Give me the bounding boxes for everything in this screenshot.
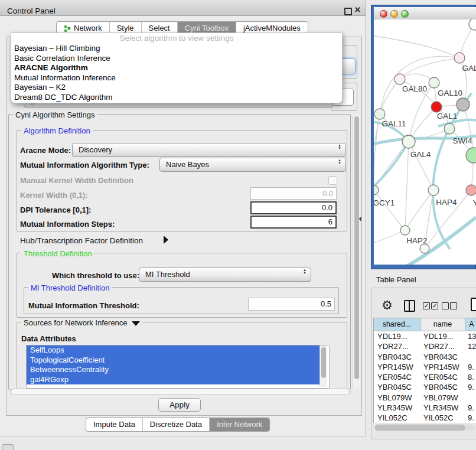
network-node[interactable]	[400, 226, 410, 235]
network-node[interactable]	[466, 148, 476, 163]
network-edge-highlighted[interactable]	[374, 142, 409, 189]
column-header-shared[interactable]: shared...	[373, 318, 420, 331]
network-edge[interactable]	[374, 230, 405, 244]
table-row[interactable]: YLR345WYLR345W9.	[374, 403, 476, 413]
mi-algorithm-type-combo[interactable]: Naive Bayes ▲▼	[159, 158, 346, 172]
data-attribute-item[interactable]: TopologicalCoefficient	[27, 356, 324, 366]
table-row[interactable]: YPR145WYPR145W9.	[374, 362, 476, 372]
window-minimize-button[interactable]	[390, 10, 398, 18]
clipped-button-fragment[interactable]	[2, 444, 14, 450]
table-cell: YBR045C	[420, 382, 464, 392]
apply-button[interactable]: Apply	[158, 398, 201, 412]
tab-impute-data[interactable]: Impute Data	[86, 418, 142, 431]
table-cell: YIL052C	[374, 413, 420, 423]
window-zoom-button[interactable]	[401, 10, 409, 18]
table-header-row: shared...nameA	[373, 318, 476, 331]
table-cell: YBR043C	[374, 352, 420, 362]
sources-title: Sources for Network Inference	[21, 318, 142, 327]
data-attribute-item[interactable]: gal4RGexp	[27, 375, 324, 385]
mi-threshold-field[interactable]: 0.5	[248, 298, 335, 311]
network-node[interactable]	[395, 74, 405, 84]
network-node[interactable]	[466, 185, 476, 195]
algorithm-option[interactable]: Bayesian – Hill Climbing	[11, 44, 342, 54]
data-attribute-item[interactable]: BetweennessCentrality	[27, 365, 324, 375]
chevron-down-icon[interactable]	[132, 321, 140, 326]
select-all-checkbox-icon[interactable]: ✓	[423, 302, 430, 309]
deselect-checkbox-icon[interactable]	[450, 302, 457, 309]
column-header-name[interactable]: name	[420, 318, 465, 331]
table-row[interactable]: YDL19...YDL19...13	[374, 331, 476, 341]
network-edge[interactable]	[374, 190, 405, 230]
network-node[interactable]	[429, 77, 439, 88]
network-edge[interactable]	[374, 114, 380, 190]
network-edge[interactable]	[405, 190, 433, 230]
network-node[interactable]	[469, 19, 476, 30]
network-node[interactable]	[444, 123, 455, 134]
window-close-button[interactable]	[380, 10, 387, 18]
network-edge[interactable]	[400, 58, 459, 79]
attributes-vscrollbar[interactable]	[319, 345, 327, 387]
hub-definition-toggle[interactable]: Hub/Transcription Factor Definition	[20, 236, 143, 245]
data-attribute-item[interactable]: SelfLoops	[27, 345, 324, 356]
algorithm-option[interactable]: Bayesian – K2	[11, 83, 342, 93]
which-threshold-combo[interactable]: MI Threshold ▲▼	[139, 268, 311, 282]
manual-kernel-width-checkbox[interactable]	[328, 176, 337, 185]
table-row[interactable]: YIL052CYIL052C9.	[374, 413, 476, 423]
network-node[interactable]	[402, 135, 415, 148]
algorithm-option[interactable]: ARACNE Algorithm	[11, 63, 342, 73]
network-edge[interactable]	[409, 142, 433, 190]
node-label: GAL11	[382, 119, 406, 128]
tab-infer-network[interactable]: Infer Network	[209, 418, 269, 431]
settings-vscrollbar[interactable]	[353, 115, 360, 387]
settings-hscrollbar[interactable]	[9, 389, 352, 395]
table-cell: YER054C	[420, 372, 464, 382]
algorithm-option[interactable]: Basic Correlation Inference	[11, 54, 342, 64]
network-node[interactable]	[454, 53, 465, 63]
table-cell: 9.	[464, 413, 476, 423]
network-window-titlebar[interactable]	[374, 7, 476, 20]
chevron-right-icon[interactable]	[164, 236, 168, 244]
deselect-checkbox-icon[interactable]	[442, 302, 449, 309]
data-attributes-list[interactable]: SelfLoopsTopologicalCoefficientBetweenne…	[26, 345, 330, 389]
dpi-tolerance-label: DPI Tolerance [0,1]:	[20, 206, 91, 214]
column-header-A[interactable]: A	[465, 318, 476, 331]
close-icon[interactable]: ✕	[354, 5, 361, 14]
table-hscrollbar[interactable]	[374, 425, 474, 431]
table-row[interactable]: YBR045CYBR045C9.	[374, 382, 476, 392]
algorithm-option[interactable]: Mutual Information Inference	[11, 73, 342, 83]
table-row[interactable]: YBR043CYBR043C	[374, 352, 476, 362]
table-settings-gear-icon[interactable]: ⚙	[382, 298, 393, 312]
tab-discretize-data[interactable]: Discretize Data	[142, 418, 209, 431]
network-node[interactable]	[420, 244, 429, 253]
network-node[interactable]	[428, 185, 439, 195]
network-edge-highlighted[interactable]	[438, 120, 476, 126]
network-edge[interactable]	[405, 142, 409, 230]
table-body: YDL19...YDL19...13YDR27...YDR27...12YBR0…	[373, 331, 476, 423]
network-node[interactable]	[374, 185, 379, 195]
select-all-checkbox-icon[interactable]: ✓	[431, 302, 438, 309]
table-row[interactable]: YDR27...YDR27...12	[374, 341, 476, 351]
aracne-mode-combo[interactable]: Discovery ▲▼	[72, 143, 346, 157]
network-canvas[interactable]: GALGAL80GAL10GAL1GAL11SWI4GAL4GCY1HAP4YH…	[374, 19, 476, 265]
network-edge[interactable]	[380, 79, 400, 114]
mi-steps-field[interactable]: 6	[250, 216, 337, 229]
dpi-tolerance-field[interactable]: 0.0	[250, 201, 337, 214]
table-cell: YDR27...	[420, 341, 464, 351]
algorithm-option[interactable]: Dream8 DC_TDC Algorithm	[11, 93, 342, 103]
network-node[interactable]	[457, 98, 470, 111]
algorithm-definition-title: Algorithm Definition	[21, 126, 93, 135]
table-cell: 13	[464, 331, 476, 341]
tab-label: Discretize Data	[150, 418, 202, 431]
table-row[interactable]: YBL079WYBL079W	[374, 393, 476, 403]
kernel-width-field[interactable]: 0.0	[250, 187, 337, 200]
split-pane-icon[interactable]	[404, 300, 415, 312]
table-cell: YLR345W	[374, 403, 420, 413]
network-node[interactable]	[374, 109, 385, 119]
network-node[interactable]	[431, 102, 442, 112]
algorithm-dropdown-placeholder: Select algorithm to view settings	[11, 33, 342, 44]
network-edge[interactable]	[374, 35, 459, 58]
float-window-icon[interactable]	[344, 8, 352, 15]
export-table-icon[interactable]	[471, 298, 476, 311]
kernel-width-label: Kernel Width (0,1):	[20, 191, 88, 200]
table-row[interactable]: YER054CYER054C8.	[374, 372, 476, 382]
